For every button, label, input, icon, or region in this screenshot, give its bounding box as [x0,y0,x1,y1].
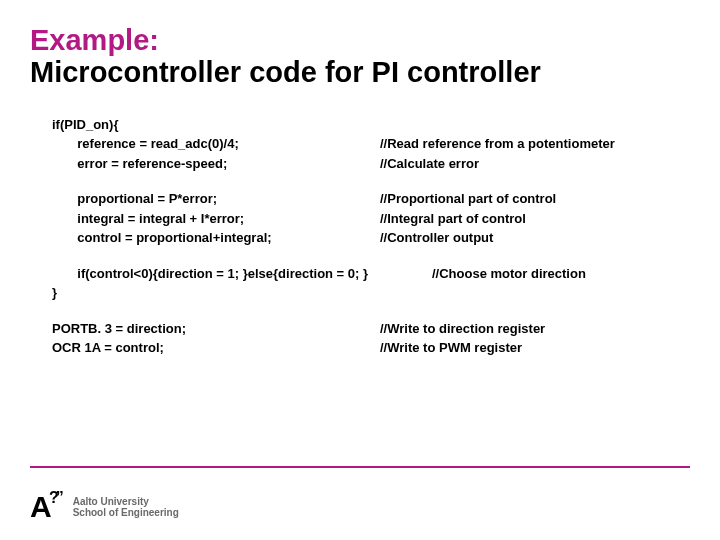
code-stmt: } [52,283,380,303]
code-row: PORTB. 3 = direction; //Write to directi… [52,319,690,339]
logo-letter: A [30,490,51,523]
code-block: if(PID_on){ reference = read_adc(0)/4; /… [30,115,690,358]
logo-line-1: Aalto University [73,496,179,508]
logo-text: Aalto University School of Engineering [73,496,179,519]
code-row: if(PID_on){ [52,115,690,135]
slide: Example: Microcontroller code for PI con… [0,0,720,540]
code-stmt: if(PID_on){ [52,115,380,135]
code-stmt: proportional = P*error; [52,189,380,209]
code-comment [380,283,690,303]
code-stmt: integral = integral + I*error; [52,209,380,229]
code-comment: //Proportional part of control [380,189,690,209]
code-comment: //Write to PWM register [380,338,690,358]
code-comment: //Controller output [380,228,690,248]
code-comment: //Choose motor direction [432,264,690,284]
code-row: reference = read_adc(0)/4; //Read refere… [52,134,690,154]
code-comment: //Write to direction register [380,319,690,339]
divider [30,466,690,468]
code-comment: //Integral part of control [380,209,690,229]
code-stmt: error = reference-speed; [52,154,380,174]
code-row: if(control<0){direction = 1; }else{direc… [52,264,690,284]
logo-marks: ?” [49,489,61,507]
title-block: Example: Microcontroller code for PI con… [30,24,690,89]
code-row: error = reference-speed; //Calculate err… [52,154,690,174]
title-line-1: Example: [30,24,690,56]
code-stmt: PORTB. 3 = direction; [52,319,380,339]
title-line-2: Microcontroller code for PI controller [30,56,690,88]
code-comment: //Calculate error [380,154,690,174]
logo-mark-icon: A?” [30,490,51,524]
code-row: OCR 1A = control; //Write to PWM registe… [52,338,690,358]
code-stmt: if(control<0){direction = 1; }else{direc… [52,264,432,284]
code-stmt: OCR 1A = control; [52,338,380,358]
code-stmt: control = proportional+integral; [52,228,380,248]
code-row: integral = integral + I*error; //Integra… [52,209,690,229]
code-stmt: reference = read_adc(0)/4; [52,134,380,154]
logo-line-2: School of Engineering [73,507,179,519]
logo: A?” Aalto University School of Engineeri… [30,490,179,524]
code-row: proportional = P*error; //Proportional p… [52,189,690,209]
code-row: control = proportional+integral; //Contr… [52,228,690,248]
code-row: } [52,283,690,303]
code-comment [380,115,690,135]
code-comment: //Read reference from a potentiometer [380,134,690,154]
